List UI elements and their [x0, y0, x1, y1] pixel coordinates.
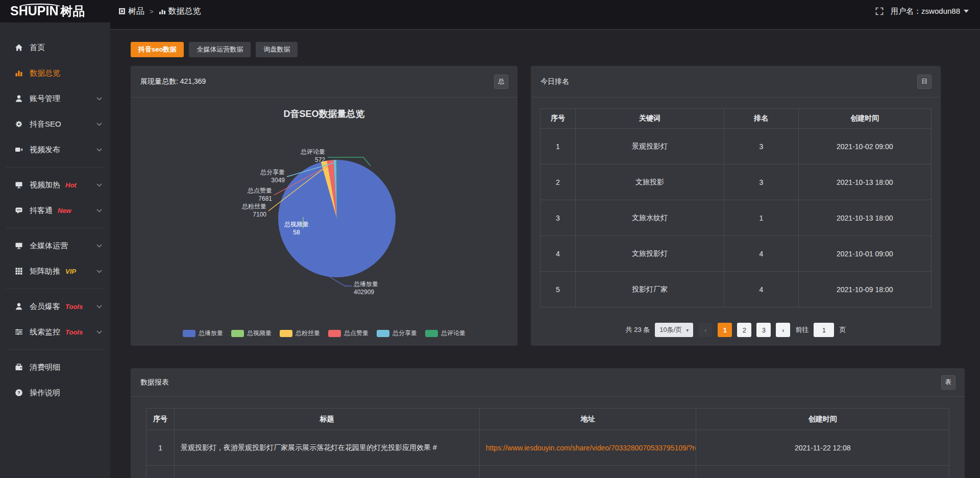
home-icon	[14, 43, 23, 52]
sidebar-item-member-burst[interactable]: 会员爆客 Tools	[0, 294, 110, 319]
sidebar-item-home[interactable]: 首页	[0, 35, 110, 60]
user-icon	[14, 302, 23, 311]
chevron-down-icon	[96, 305, 102, 308]
table-row: 3 文旅水纹灯 1 2021-10-13 18:00	[541, 200, 932, 236]
label-likes: 总点赞量	[247, 187, 272, 194]
legend-item[interactable]: 总点赞量	[328, 329, 369, 338]
sidebar-item-instructions[interactable]: ? 操作说明	[0, 380, 110, 405]
gear-icon	[14, 120, 23, 129]
day-toggle-button[interactable]: 日	[917, 75, 932, 89]
table-toggle-button[interactable]: 表	[941, 375, 955, 390]
chat-icon	[14, 206, 23, 215]
ranking-title: 今日排名	[541, 77, 569, 86]
legend-swatch	[425, 330, 438, 337]
username-label: 用户名：zswodun88	[891, 7, 960, 16]
data-tabs: 抖音seo数据 全媒体运营数据 询盘数据	[131, 42, 965, 57]
square-doc-icon	[118, 8, 126, 15]
monitor-icon	[14, 242, 23, 250]
breadcrumb-root[interactable]: 树品	[118, 6, 144, 17]
next-page-button[interactable]: ›	[776, 323, 790, 337]
table-row	[146, 466, 949, 478]
table-row: 5 投影灯厂家 4 2021-10-09 18:00	[541, 272, 932, 307]
value-shares: 3049	[271, 177, 285, 184]
tools-badge: Tools	[65, 303, 83, 310]
chevron-down-icon	[96, 148, 102, 152]
goto-page-input[interactable]	[814, 323, 834, 337]
sidebar: 首页 数据总览 账号管理 抖音SEO 视频发布 视频加热 Hot 抖客通 New…	[0, 22, 110, 478]
page-button-3[interactable]: 3	[756, 323, 771, 337]
pie-chart: D音SEO数据量总览 总评论量 572	[131, 98, 518, 346]
legend-swatch	[183, 330, 195, 337]
sidebar-item-douyin-seo[interactable]: 抖音SEO	[0, 111, 110, 137]
table-header-row: 序号 标题 地址 创建时间	[146, 409, 949, 430]
page-size-select[interactable]: 10条/页 ▾	[655, 323, 693, 337]
sidebar-item-account[interactable]: 账号管理	[0, 86, 110, 111]
tab-douyin-seo-data[interactable]: 抖音seo数据	[131, 42, 184, 57]
svg-text:?: ?	[17, 390, 20, 395]
table-header-row: 序号 关键词 排名 创建时间	[541, 109, 932, 129]
mini-bar-chart-icon	[159, 8, 166, 15]
sidebar-item-video-heat[interactable]: 视频加热 Hot	[0, 172, 110, 198]
chevron-down-icon: ▾	[686, 327, 689, 333]
chevron-down-icon	[96, 244, 102, 248]
report-row-title: 景观投影灯，夜游景观投影灯厂家展示展示落花灯在花园里的灯光投影应用效果 #	[175, 430, 480, 466]
pagination: 共 23 条 10条/页 ▾ ‹ 1 2 3 › 前往 页	[531, 323, 941, 337]
user-menu[interactable]: 用户名：zswodun88	[891, 7, 969, 16]
data-report-panel: 数据报表 表 序号 标题 地址 创建时间 1 景观投影灯，夜游景观投影灯厂家展示…	[131, 368, 965, 478]
chevron-down-icon	[96, 123, 102, 126]
chevron-down-icon	[96, 97, 102, 101]
sidebar-item-lead-monitor[interactable]: 线索监控 Tools	[0, 319, 110, 345]
value-likes: 7681	[258, 195, 272, 202]
table-row: 2 文旅投影 3 2021-10-13 18:00	[541, 164, 932, 200]
hot-badge: Hot	[65, 181, 77, 189]
value-fans: 7100	[253, 211, 266, 218]
app-logo: SHUPIN 树品	[0, 3, 110, 19]
logo-text-cn: 树品	[60, 3, 85, 19]
sidebar-item-data-overview[interactable]: 数据总览	[0, 60, 110, 86]
legend-item[interactable]: 总分享量	[377, 329, 417, 338]
sidebar-divider	[6, 167, 104, 168]
sidebar-item-doketong[interactable]: 抖客通 New	[0, 198, 110, 223]
table-row: 1 景观投影灯，夜游景观投影灯厂家展示展示落花灯在花园里的灯光投影应用效果 # …	[146, 430, 949, 466]
user-icon	[14, 94, 23, 103]
label-shares: 总分享量	[260, 169, 285, 176]
sidebar-item-spend-detail[interactable]: 消费明细	[0, 354, 110, 380]
chart-legend: 总播放量 总视频量 总粉丝量 总点赞量 总分享量 总评论量	[131, 329, 518, 338]
main-content: 抖音seo数据 全媒体运营数据 询盘数据 展现量总数: 421,369 总 D音…	[110, 0, 980, 478]
pie-panel-header: 展现量总数: 421,369 总	[131, 66, 518, 98]
bar-chart-icon	[14, 69, 23, 78]
value-play: 402909	[354, 289, 374, 296]
goto-label: 前往	[795, 325, 808, 334]
prev-page-button[interactable]: ‹	[698, 323, 713, 337]
monitor-icon	[14, 181, 23, 189]
seo-overview-panel: 展现量总数: 421,369 总 D音SEO数据量总览	[131, 66, 518, 346]
leader-line-play	[328, 276, 352, 286]
report-row-link[interactable]: https://www.iesdouyin.com/share/video/70…	[486, 444, 696, 452]
legend-swatch	[280, 330, 292, 337]
impressions-total-label: 展现量总数: 421,369	[140, 77, 206, 86]
chevron-down-icon	[96, 209, 102, 212]
legend-swatch	[231, 330, 244, 337]
legend-item[interactable]: 总播放量	[183, 329, 223, 338]
report-panel-header: 数据报表 表	[131, 368, 965, 397]
chart-title: D音SEO数据量总览	[283, 109, 364, 119]
legend-item[interactable]: 总评论量	[425, 329, 465, 338]
sidebar-item-video-publish[interactable]: 视频发布	[0, 137, 110, 162]
legend-item[interactable]: 总粉丝量	[280, 329, 320, 338]
page-button-1[interactable]: 1	[718, 323, 732, 337]
tab-omnimedia-data[interactable]: 全媒体运营数据	[189, 42, 251, 57]
total-toggle-button[interactable]: 总	[494, 75, 508, 89]
logo-arc	[17, 4, 62, 12]
top-header: SHUPIN 树品 树品 > 数据总览 用户名：zswodun88	[0, 0, 980, 22]
goto-suffix-label: 页	[839, 325, 846, 334]
label-play: 总播放量	[353, 280, 378, 288]
fullscreen-icon[interactable]	[875, 7, 884, 15]
page-button-2[interactable]: 2	[737, 323, 751, 337]
sliders-icon	[14, 328, 23, 337]
table-row: 1 景观投影灯 3 2021-10-02 09:00	[541, 129, 932, 164]
breadcrumb-current: 数据总览	[159, 6, 201, 17]
sidebar-item-matrix-boost[interactable]: 矩阵助推 VIP	[0, 258, 110, 284]
legend-item[interactable]: 总视频量	[231, 329, 272, 338]
tab-inquiry-data[interactable]: 询盘数据	[256, 42, 298, 57]
sidebar-item-omnimedia[interactable]: 全媒体运营	[0, 233, 110, 258]
